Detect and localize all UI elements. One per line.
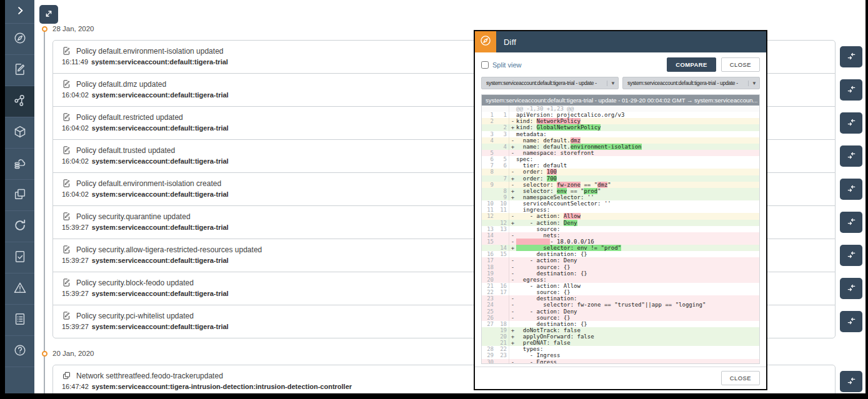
diff-toolbar: Split view COMPARE CLOSE	[481, 57, 760, 72]
new-line-number	[496, 308, 509, 315]
diff-code: namespace: storefront	[516, 150, 759, 156]
event-account: system:serviceaccount:default:tigera-tri…	[91, 58, 228, 66]
new-line-number: 19	[496, 327, 509, 333]
sidebar-item-compliance[interactable]	[5, 242, 34, 273]
diff-marker	[509, 162, 516, 169]
edit-doc-icon	[62, 145, 71, 155]
diff-code: - action: Allow	[516, 283, 759, 289]
open-diff-button[interactable]	[840, 46, 862, 67]
old-line-number: 8	[482, 169, 496, 175]
diff-line: 19+ doNotTrack: false	[482, 327, 759, 333]
right-revision-select[interactable]: system:serviceaccount:default:tigera-tri…	[622, 77, 760, 89]
sidebar-item-network-graph[interactable]	[5, 86, 34, 117]
new-line-number: 15	[496, 251, 509, 257]
sidebar-item-refresh[interactable]	[5, 211, 34, 242]
diff-line: 11apiVersion: projectcalico.org/v3	[482, 112, 759, 118]
diff-marker: +	[509, 220, 516, 226]
diff-marker: -	[509, 169, 516, 175]
diff-line: 19- destination: {}	[482, 270, 759, 277]
expand-timeline-button[interactable]	[39, 5, 58, 24]
new-line-number	[496, 277, 509, 283]
new-line-number: 8	[496, 188, 509, 194]
diff-line: 12- - action: Allow	[482, 213, 759, 219]
event-time: 16:04:02	[62, 157, 89, 165]
left-revision-select[interactable]: system:serviceaccount:default:tigera-tri…	[481, 77, 619, 89]
diff-marker: +	[509, 194, 516, 200]
new-line-number: 5	[496, 156, 509, 162]
split-view-checkbox[interactable]	[481, 61, 489, 69]
diff-code: source: {}	[516, 289, 759, 295]
diff-marker	[509, 251, 516, 257]
old-line-number: 29	[482, 352, 496, 358]
diff-code: name: default.environment-isolation	[516, 144, 759, 150]
compare-icon	[847, 218, 856, 227]
sidebar-expand-toggle[interactable]	[5, 0, 34, 24]
new-line-number: 1	[496, 112, 509, 118]
compare-icon	[847, 86, 856, 95]
edit-doc-icon	[13, 62, 27, 79]
diff-marker	[509, 226, 516, 232]
open-diff-button[interactable]	[840, 112, 862, 134]
diff-code: @@ -1,30 +1,23 @@	[516, 106, 759, 112]
close-button-footer[interactable]: CLOSE	[721, 371, 760, 385]
compare-icon	[847, 377, 856, 387]
diff-marker: -	[509, 315, 516, 321]
open-diff-button[interactable]	[840, 278, 862, 299]
old-line-number: 3	[482, 131, 496, 137]
open-diff-button[interactable]	[840, 212, 862, 233]
new-line-number	[496, 295, 509, 302]
sidebar-item-dashboard[interactable]	[5, 24, 34, 55]
copy-icon	[62, 371, 71, 380]
open-diff-button[interactable]	[840, 145, 862, 167]
event-time: 16:11:49	[62, 58, 88, 66]
diff-viewer: system:serviceaccount:default:tigera-tri…	[481, 94, 760, 364]
timeline-dot-icon	[42, 351, 47, 357]
diff-code: kind: GlobalNetworkPolicy	[516, 124, 759, 131]
new-line-number	[496, 182, 509, 188]
sidebar-item-copies[interactable]	[5, 180, 34, 211]
old-line-number: 27	[482, 321, 496, 327]
caret-down-icon: ▼	[607, 81, 616, 86]
sidebar-item-alerts[interactable]	[5, 273, 34, 305]
event-title: Network setthreatfeed.feodo-trackerupdat…	[76, 372, 223, 380]
edit-doc-icon	[62, 79, 71, 89]
diff-line: 15- - 18.0.0.0/16	[482, 239, 759, 245]
diff-code: source: {}	[516, 315, 759, 321]
open-diff-button[interactable]	[840, 311, 862, 332]
old-line-number: 24	[482, 302, 496, 308]
sidebar	[5, 0, 34, 393]
open-diff-button[interactable]	[840, 371, 862, 392]
new-line-number	[496, 315, 509, 321]
date-label: 28 Jan, 2020	[52, 25, 94, 32]
diff-line: 2116 - action: Allow	[482, 283, 759, 289]
open-diff-button[interactable]	[840, 79, 862, 101]
new-line-number	[496, 232, 509, 239]
cube-icon	[13, 125, 27, 141]
compare-button[interactable]: COMPARE	[667, 57, 716, 72]
new-line-number: 21	[496, 340, 509, 346]
new-line-number: 20	[496, 333, 509, 340]
old-line-number: 15	[482, 239, 496, 245]
open-diff-button[interactable]	[840, 179, 862, 200]
diff-code: spec:	[516, 156, 759, 162]
sidebar-item-help[interactable]	[5, 336, 34, 367]
old-line-number	[482, 220, 496, 226]
diff-marker	[509, 321, 516, 327]
diff-marker	[509, 283, 516, 289]
old-line-number: 19	[482, 270, 496, 277]
diff-line: 4+ name: default.environment-isolation	[482, 144, 759, 150]
open-diff-button[interactable]	[840, 245, 862, 266]
split-view-toggle[interactable]: Split view	[481, 61, 521, 69]
old-line-number: 12	[482, 213, 496, 219]
diff-code: preDNAT: false	[516, 340, 759, 346]
sidebar-item-workloads[interactable]	[5, 117, 34, 149]
sidebar-item-logs[interactable]	[5, 305, 34, 336]
diff-marker: -	[509, 232, 516, 239]
sidebar-item-storage[interactable]	[5, 149, 34, 180]
event-time: 15:39:27	[62, 257, 89, 264]
close-button-top[interactable]: CLOSE	[721, 57, 760, 72]
event-time: 15:39:27	[62, 323, 89, 330]
diff-marker: -	[509, 137, 516, 144]
diff-code: ingress:	[516, 207, 759, 213]
sidebar-item-policies[interactable]	[5, 55, 34, 86]
